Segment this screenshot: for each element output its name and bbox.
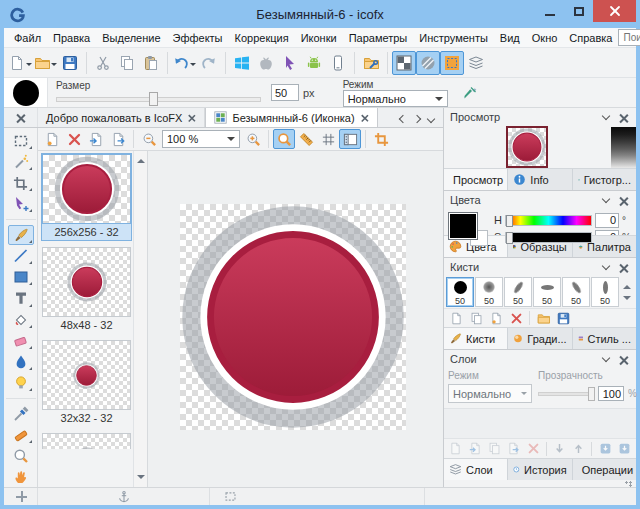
phone-button[interactable] <box>326 51 350 75</box>
tab-operations[interactable]: Операции <box>573 459 636 480</box>
layer-mode-select[interactable]: Нормально <box>448 384 532 403</box>
new-layer-button[interactable] <box>447 441 464 457</box>
load-brushes-button[interactable] <box>534 310 552 326</box>
windows-icons-button[interactable] <box>230 51 254 75</box>
saturation-slider-thumb[interactable] <box>506 232 513 244</box>
menu-icons[interactable]: Иконки <box>295 32 343 44</box>
tab-close-icon[interactable] <box>188 114 195 121</box>
foreground-color-swatch[interactable] <box>448 212 478 240</box>
mode-select[interactable]: Нормально <box>343 90 448 107</box>
crop-canvas-button[interactable] <box>370 129 392 149</box>
tool-crop[interactable] <box>8 173 34 193</box>
menu-file[interactable]: Файл <box>8 32 47 44</box>
size-slider-thumb[interactable] <box>149 92 158 106</box>
opacity-slider[interactable] <box>538 392 594 396</box>
menu-edit[interactable]: Правка <box>47 32 96 44</box>
new-button[interactable] <box>8 51 33 75</box>
scroll-down-icon[interactable] <box>137 475 145 483</box>
duplicate-layer-button[interactable] <box>486 441 503 457</box>
maximize-button[interactable] <box>564 0 593 22</box>
brush-item-diagonal2[interactable]: 50 <box>562 277 590 307</box>
close-button[interactable] <box>593 0 636 22</box>
brush-scroll-down-icon[interactable] <box>623 296 631 304</box>
mask-toggle[interactable] <box>416 51 440 75</box>
hue-slider-thumb[interactable] <box>506 215 513 227</box>
opacity-value-input[interactable]: 100 <box>598 386 624 401</box>
icon-size-item-32[interactable]: 32x32 - 32 <box>42 340 131 426</box>
open-button[interactable] <box>33 51 58 75</box>
tool-eraser[interactable] <box>8 331 34 351</box>
menu-view[interactable]: Вид <box>494 32 526 44</box>
delete-image-button[interactable] <box>63 129 85 149</box>
menu-correction[interactable]: Коррекция <box>229 32 295 44</box>
cut-button[interactable] <box>91 51 115 75</box>
menu-selection[interactable]: Выделение <box>96 32 166 44</box>
ruler-toggle[interactable] <box>295 129 317 149</box>
hue-value-input[interactable]: 0 <box>595 213 619 228</box>
brush-item-soft[interactable]: 50 <box>475 277 503 307</box>
delete-layer-button[interactable] <box>524 441 541 457</box>
redo-button[interactable] <box>197 51 221 75</box>
tab-document[interactable]: Безымянный-6 (Иконка) <box>205 108 377 127</box>
tab-history[interactable]: История <box>508 459 572 480</box>
scroll-up-icon[interactable] <box>137 155 145 163</box>
tab-scroll-right-button[interactable] <box>411 109 423 127</box>
panel-close-icon[interactable] <box>619 263 628 272</box>
undo-button[interactable] <box>172 51 197 75</box>
tab-info[interactable]: Info <box>508 169 572 190</box>
panel-collapse-icon[interactable] <box>602 353 610 361</box>
export-image-button[interactable] <box>107 129 129 149</box>
cursor-button[interactable] <box>278 51 302 75</box>
copy-brush-button[interactable] <box>467 310 485 326</box>
panel-collapse-icon[interactable] <box>602 194 610 202</box>
layers-list[interactable] <box>444 408 636 439</box>
tool-magic-wand[interactable] <box>8 152 34 172</box>
copy-button[interactable] <box>115 51 139 75</box>
artboard[interactable] <box>180 204 406 430</box>
copy-layer-button[interactable] <box>505 441 522 457</box>
tool-marker[interactable] <box>8 425 34 445</box>
tool-blur[interactable] <box>8 352 34 372</box>
tool-brush[interactable] <box>8 225 34 245</box>
tool-rectangle[interactable] <box>8 267 34 287</box>
tool-line[interactable] <box>8 246 34 266</box>
tab-list-button[interactable] <box>425 109 437 127</box>
android-button[interactable] <box>302 51 326 75</box>
tab-histogram[interactable]: Гистогр... <box>573 169 636 190</box>
editor-canvas[interactable] <box>148 151 443 487</box>
transparency-toggle[interactable] <box>392 51 416 75</box>
tab-style[interactable]: Стиль ... <box>573 328 636 349</box>
tool-move[interactable] <box>8 194 34 214</box>
layers-toggle[interactable] <box>464 51 488 75</box>
icon-size-item-48[interactable]: 48x48 - 32 <box>42 247 131 333</box>
merge-down-button[interactable] <box>596 441 613 457</box>
opacity-slider-thumb[interactable] <box>588 387 595 401</box>
panel-close-icon[interactable] <box>619 196 628 205</box>
move-layer-up-button[interactable] <box>570 441 587 457</box>
add-image-button[interactable] <box>41 129 63 149</box>
icon-list-scrollbar[interactable] <box>133 151 147 487</box>
panel-close-icon[interactable] <box>619 113 628 122</box>
brush-item-vertical[interactable]: 50 <box>591 277 619 307</box>
image-panel-toggle[interactable] <box>339 129 361 149</box>
antialias-button[interactable] <box>458 81 482 105</box>
size-slider[interactable] <box>56 92 261 106</box>
zoom-out-button[interactable] <box>138 129 160 149</box>
icon-size-item-256[interactable]: 256x256 - 32 <box>42 154 131 240</box>
menu-tools[interactable]: Инструменты <box>413 32 494 44</box>
saturation-slider[interactable] <box>505 232 592 243</box>
close-panel-button[interactable] <box>4 108 38 127</box>
zoom-level-select[interactable]: 100 % <box>162 130 240 148</box>
macos-icons-button[interactable] <box>254 51 278 75</box>
icon-size-item-partial[interactable] <box>42 433 131 449</box>
tool-lighten[interactable] <box>8 373 34 393</box>
tab-gradient[interactable]: Гради... <box>508 328 572 349</box>
menu-parameters[interactable]: Параметры <box>343 32 414 44</box>
menu-help[interactable]: Справка <box>563 32 618 44</box>
size-value-input[interactable]: 50 <box>271 84 299 101</box>
tab-preview[interactable]: Просмотр <box>444 169 508 190</box>
menu-effects[interactable]: Эффекты <box>167 32 229 44</box>
delete-brush-button[interactable] <box>507 310 525 326</box>
panel-collapse-icon[interactable] <box>602 111 610 119</box>
resource-editor-button[interactable] <box>359 51 383 75</box>
